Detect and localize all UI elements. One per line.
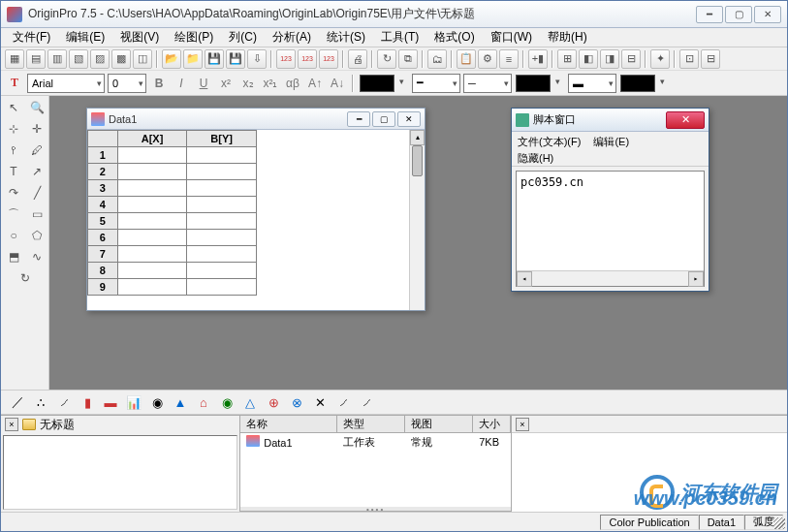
open-template-button[interactable]: 📁 xyxy=(183,49,203,69)
new-worksheet-button[interactable]: ▤ xyxy=(26,49,46,69)
font-color-swatch[interactable] xyxy=(620,75,655,92)
fill-color-swatch[interactable] xyxy=(516,75,551,92)
worksheet-window[interactable]: Data1 ━ ▢ ✕ A[X] B[Y] 1 2 xyxy=(86,108,426,311)
region-tool[interactable]: ⬒ xyxy=(3,247,24,266)
circle-tool[interactable]: ○ xyxy=(3,226,24,245)
open-button[interactable]: 📂 xyxy=(162,49,181,69)
import-button[interactable]: ⇩ xyxy=(247,49,267,69)
cell[interactable] xyxy=(117,246,187,263)
row-header[interactable]: 6 xyxy=(88,230,118,246)
row-header[interactable]: 2 xyxy=(88,164,118,180)
worksheet-minimize-button[interactable]: ━ xyxy=(347,111,370,127)
menu-plot[interactable]: 绘图(P) xyxy=(167,27,221,47)
pattern-select[interactable]: ▬ xyxy=(568,74,616,93)
menu-format[interactable]: 格式(O) xyxy=(426,27,482,47)
menu-analysis[interactable]: 分析(A) xyxy=(265,27,319,47)
cell[interactable] xyxy=(187,230,257,246)
extract-button[interactable]: ◨ xyxy=(600,49,619,69)
cell[interactable] xyxy=(117,263,187,279)
menu-window[interactable]: 窗口(W) xyxy=(483,27,540,47)
script-close-button[interactable]: ✕ xyxy=(666,111,705,129)
freehand-tool[interactable]: ∿ xyxy=(26,247,47,266)
rescale-button[interactable]: ⊞ xyxy=(557,49,577,69)
increase-font-button[interactable]: A↑ xyxy=(305,74,325,93)
cell[interactable] xyxy=(187,213,257,230)
new-layout-button[interactable]: ◫ xyxy=(133,49,152,69)
col-name[interactable]: 名称 xyxy=(240,416,337,432)
cell[interactable] xyxy=(117,164,187,180)
screen-reader-tool[interactable]: ⊹ xyxy=(3,119,24,139)
layer-button[interactable]: ◧ xyxy=(579,49,598,69)
script-window-button[interactable]: ≡ xyxy=(499,49,519,69)
line-width-select[interactable]: ─ xyxy=(463,74,512,93)
new-matrix-button[interactable]: ▨ xyxy=(90,49,110,69)
subscript-button[interactable]: x₂ xyxy=(238,74,258,93)
row-header[interactable]: 7 xyxy=(88,246,118,263)
save-button[interactable]: 💾 xyxy=(205,49,224,69)
line-style-select[interactable]: ━ xyxy=(412,74,460,93)
mask-button[interactable]: ✦ xyxy=(650,49,670,69)
worksheet-grid[interactable]: A[X] B[Y] 1 2 3 4 5 6 7 8 9 xyxy=(87,130,409,310)
script-hscrollbar[interactable] xyxy=(517,270,704,286)
project-tree[interactable] xyxy=(3,435,237,510)
smith-chart-button[interactable]: ⊕ xyxy=(263,392,284,412)
pie-plot-button[interactable]: ◉ xyxy=(146,392,168,412)
menu-column[interactable]: 列(C) xyxy=(221,27,265,47)
template-button[interactable]: ⟋ xyxy=(332,392,354,412)
cell[interactable] xyxy=(187,197,257,213)
script-menu-edit[interactable]: 编辑(E) xyxy=(593,136,629,147)
grid-corner[interactable] xyxy=(88,131,118,147)
line-tool[interactable]: ╱ xyxy=(26,183,47,203)
cell[interactable] xyxy=(187,180,257,197)
cell[interactable] xyxy=(117,197,187,213)
row-header[interactable]: 3 xyxy=(88,180,118,197)
cell[interactable] xyxy=(117,147,187,164)
btn-123-1[interactable]: 123 xyxy=(276,49,296,69)
row-header[interactable]: 1 xyxy=(88,147,118,164)
new-graph-button[interactable]: ▧ xyxy=(69,49,88,69)
pointer-tool[interactable]: ↖ xyxy=(3,98,24,117)
new-project-button[interactable]: ▦ xyxy=(5,49,24,69)
cell[interactable] xyxy=(187,164,257,180)
rectangle-tool[interactable]: ▭ xyxy=(26,204,47,224)
refresh-button[interactable]: ↻ xyxy=(377,49,396,69)
col-size[interactable]: 大小 xyxy=(473,416,511,432)
script-menu-hide[interactable]: 隐藏(H) xyxy=(518,152,553,164)
italic-button[interactable]: I xyxy=(172,74,191,93)
vector-plot-button[interactable]: ✕ xyxy=(309,392,331,412)
bold-button[interactable]: B xyxy=(149,74,169,93)
cell[interactable] xyxy=(187,147,257,164)
menu-view[interactable]: 视图(V) xyxy=(112,27,167,47)
save-template-button[interactable]: 💾 xyxy=(226,49,245,69)
new-excel-button[interactable]: ▥ xyxy=(47,49,67,69)
supersubscript-button[interactable]: x²₁ xyxy=(261,74,280,93)
column-plot-button[interactable]: ▮ xyxy=(77,392,98,412)
font-size-select[interactable]: 0 xyxy=(108,74,146,93)
menu-file[interactable]: 文件(F) xyxy=(5,27,58,47)
stack-column-button[interactable]: 📊 xyxy=(123,392,144,412)
btn-123-2[interactable]: 123 xyxy=(298,49,317,69)
file-list[interactable]: Data1 工作表 常规 7KB •••• xyxy=(240,433,511,512)
zoom-out-button[interactable]: ⊟ xyxy=(701,49,720,69)
print-button[interactable]: 🖨 xyxy=(348,49,367,69)
high-low-button[interactable]: ⊗ xyxy=(286,392,307,412)
menu-help[interactable]: 帮助(H) xyxy=(540,27,595,47)
menu-edit[interactable]: 编辑(E) xyxy=(58,27,112,47)
splitter[interactable]: •••• xyxy=(240,506,511,512)
worksheet-vscrollbar[interactable] xyxy=(409,130,425,310)
resize-grip[interactable] xyxy=(773,517,785,529)
cell[interactable] xyxy=(117,230,187,246)
line-plot-button[interactable]: ／ xyxy=(7,392,28,412)
font-family-select[interactable]: Arial xyxy=(27,74,105,93)
rotate-tool[interactable]: ↻ xyxy=(3,268,47,288)
zoom-tool[interactable]: 🔍 xyxy=(26,98,47,117)
worksheet-maximize-button[interactable]: ▢ xyxy=(372,111,395,127)
data-selector-tool[interactable]: ⫯ xyxy=(3,141,24,160)
mdi-area[interactable]: Data1 ━ ▢ ✕ A[X] B[Y] 1 2 xyxy=(49,96,787,390)
col-type[interactable]: 类型 xyxy=(337,416,405,432)
ternary-plot-button[interactable]: △ xyxy=(239,392,261,412)
row-header[interactable]: 9 xyxy=(88,279,118,296)
project-explorer-button[interactable]: 🗂 xyxy=(427,49,447,69)
underline-button[interactable]: U xyxy=(194,74,213,93)
row-header[interactable]: 4 xyxy=(88,197,118,213)
